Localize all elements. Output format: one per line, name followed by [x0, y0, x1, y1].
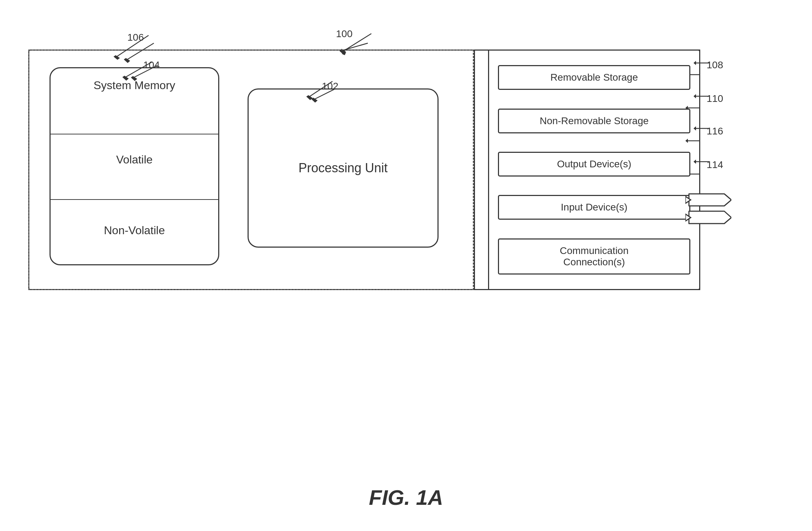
output-devices-box: Output Device(s) — [498, 152, 690, 177]
processing-unit-label: Processing Unit — [258, 161, 428, 175]
svg-marker-36 — [122, 76, 129, 81]
svg-marker-27 — [689, 194, 731, 206]
removable-storage-box: Removable Storage — [498, 65, 690, 90]
svg-marker-26 — [694, 160, 696, 164]
volatile-label: Volatile — [51, 153, 218, 166]
system-memory-box: System Memory Volatile Non-Volatile — [50, 67, 219, 265]
communication-connection-label: CommunicationConnection(s) — [560, 245, 629, 267]
double-arrow-icon — [685, 191, 731, 226]
figure-label: FIG. 1A — [369, 485, 443, 510]
memory-divider-2 — [51, 199, 218, 200]
processing-unit-box: Processing Unit — [248, 88, 439, 248]
arrow-100-svg — [311, 28, 382, 57]
svg-marker-32 — [340, 50, 346, 55]
input-devices-label: Input Device(s) — [561, 202, 627, 213]
svg-marker-22 — [694, 94, 696, 98]
communication-connection-box: CommunicationConnection(s) — [498, 238, 690, 275]
input-devices-box: Input Device(s) — [498, 195, 690, 220]
svg-marker-28 — [689, 211, 731, 224]
diagram: 100 106 System Memory Volatile Non-Volat… — [28, 28, 784, 329]
removable-storage-label: Removable Storage — [550, 72, 638, 83]
memory-divider-1 — [51, 134, 218, 134]
svg-marker-24 — [694, 126, 696, 131]
non-removable-storage-label: Non-Removable Storage — [540, 115, 649, 126]
svg-line-31 — [343, 34, 371, 51]
arrow-102-svg — [283, 77, 340, 102]
svg-marker-38 — [306, 95, 313, 100]
non-volatile-label: Non-Volatile — [51, 224, 218, 237]
non-removable-storage-box: Non-Removable Storage — [498, 109, 690, 133]
arrow-104-svg — [106, 57, 163, 81]
vertical-divider — [474, 50, 475, 290]
arrow-106-svg — [92, 30, 163, 60]
svg-marker-20 — [694, 61, 696, 65]
svg-line-37 — [309, 81, 332, 97]
svg-line-33 — [117, 35, 149, 57]
output-devices-label: Output Device(s) — [557, 158, 631, 169]
right-column-box: Removable Storage Non-Removable Storage … — [488, 50, 700, 290]
svg-line-35 — [126, 62, 152, 77]
